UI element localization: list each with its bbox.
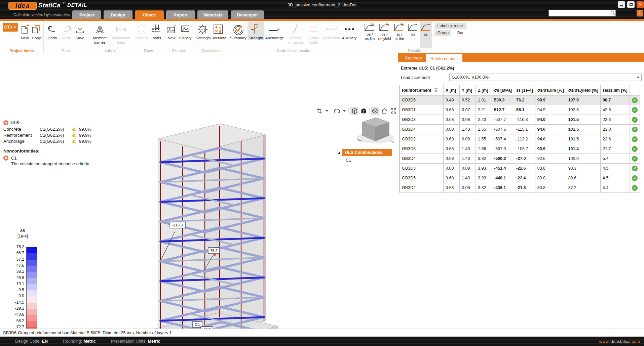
table-cell[interactable]: GB3D3 — [400, 115, 444, 125]
units-setting[interactable]: Presentation Units:Metric — [111, 339, 160, 344]
gallery-button[interactable]: Gallery — [178, 21, 193, 40]
table-cell[interactable]: 5.4 — [601, 154, 630, 164]
table-cell[interactable]: 4.4 — [601, 183, 630, 193]
label-extreme-toggle[interactable]: Label extreme — [434, 23, 466, 29]
table-cell[interactable]: 0.68 — [444, 134, 460, 144]
crop-options-button[interactable] — [325, 107, 329, 115]
table-cell[interactable]: 4.5 — [601, 164, 630, 173]
column-header[interactable]: Z [m] — [476, 85, 492, 95]
table-cell[interactable]: 89.6 — [566, 173, 600, 183]
calculate-button[interactable]: Calculate — [210, 21, 226, 40]
table-cell[interactable]: 22.6 — [601, 134, 630, 144]
table-cell[interactable]: 21.7 — [601, 144, 630, 154]
table-cell[interactable]: -115.1 — [514, 125, 535, 134]
auxiliary-button[interactable]: Auxiliary — [341, 21, 357, 40]
table-cell[interactable]: 0.68 — [444, 183, 460, 193]
column-header[interactable]: σs/σs,lim [%] — [535, 85, 566, 95]
rotate-options-button[interactable] — [342, 107, 347, 115]
table-cell[interactable]: 42.5 — [601, 105, 630, 115]
anchorage-button[interactable]: Anchorage — [265, 21, 285, 40]
solid-view-button[interactable] — [359, 107, 368, 115]
structure-3d-model[interactable]: -116.3 76.2 2.1 10.2 — [133, 119, 294, 346]
table-cell[interactable]: 0.68 — [444, 173, 460, 183]
table-cell[interactable]: -116.3 — [514, 115, 535, 125]
maximize-button[interactable] — [627, 1, 635, 8]
table-cell[interactable]: 1.43 — [460, 154, 476, 164]
table-cell[interactable]: GB3D6 — [400, 95, 444, 105]
table-cell[interactable]: 0.08 — [444, 115, 460, 125]
table-row[interactable]: GB3D30.080.082.23-507.7-116.394.0101.523… — [400, 115, 640, 125]
table-cell[interactable]: GB3D5 — [400, 144, 444, 154]
table-cell[interactable]: 1.55 — [476, 134, 492, 144]
table-cell[interactable]: 93.9 — [535, 144, 566, 154]
crack-width-button[interactable]: Crack width — [306, 21, 322, 45]
table-cell[interactable]: 512.7 — [492, 105, 514, 115]
table-cell[interactable]: 3.82 — [476, 154, 492, 164]
navigation-cube[interactable] — [355, 114, 397, 148]
table-cell[interactable]: GB3D4 — [400, 154, 444, 164]
home-view-button[interactable] — [380, 107, 388, 115]
table-cell[interactable]: 83.6 — [535, 164, 566, 173]
column-header[interactable]: X [m] — [444, 85, 460, 95]
table-cell[interactable]: -507.6 — [492, 125, 514, 134]
table-cell[interactable]: 3.82 — [476, 183, 492, 193]
table-cell[interactable]: -436.1 — [492, 183, 514, 193]
table-cell[interactable]: -507.4 — [492, 134, 514, 144]
table-cell[interactable]: 0.49 — [444, 95, 460, 105]
table-cell[interactable]: 2.23 — [476, 115, 492, 125]
table-cell[interactable]: 0.52 — [460, 95, 476, 105]
table-cell[interactable]: -507.0 — [492, 144, 514, 154]
table-cell[interactable]: 94.0 — [535, 125, 566, 134]
table-cell[interactable]: -500.2 — [492, 154, 514, 164]
minimize-button[interactable] — [618, 1, 625, 8]
table-cell[interactable]: 94.9 — [535, 105, 566, 115]
zoom-extents-button[interactable] — [389, 107, 397, 115]
table-cell[interactable]: 101.5 — [566, 125, 600, 134]
undo-button[interactable]: Undo — [45, 21, 60, 40]
copy-button[interactable]: Copy — [31, 21, 42, 40]
table-cell[interactable]: 4.5 — [601, 173, 630, 183]
tab-materials[interactable]: Materials — [197, 10, 228, 19]
table-row[interactable]: GB3D60.490.521.81539.376.299.9107.998.7✓ — [400, 95, 640, 105]
table-cell[interactable]: 107.9 — [566, 95, 600, 105]
table-cell[interactable]: -113.2 — [514, 134, 535, 144]
tab-check[interactable]: Check — [135, 10, 164, 19]
table-row[interactable]: GB3D10.680.072.21512.755.194.9102.542.5✓ — [400, 105, 640, 115]
search-box[interactable] — [548, 10, 616, 16]
project-item-selector[interactable]: CT3 — [3, 23, 18, 32]
collapse-arrow-icon[interactable] — [337, 151, 340, 154]
table-cell[interactable]: 0.08 — [444, 154, 460, 164]
section-view-button[interactable] — [371, 107, 379, 115]
crop-view-button[interactable] — [315, 107, 324, 115]
load-increment-dropdown[interactable]: G100.0%, V100.0% — [449, 74, 642, 81]
column-header[interactable]: εs/εs,lim [%] — [601, 85, 630, 95]
table-cell[interactable]: 23.0 — [601, 125, 630, 134]
settings-button[interactable]: </> Settings — [196, 21, 210, 40]
table-cell[interactable]: 0.08 — [460, 164, 476, 173]
table-row[interactable]: GB3D50.681.433.93-448.1-22.483.089.64.5✓ — [400, 173, 640, 183]
table-cell[interactable]: 76.2 — [514, 95, 535, 105]
table-cell[interactable]: 99.9 — [535, 95, 566, 105]
bar-toggle[interactable]: Bar — [455, 30, 466, 36]
table-cell[interactable]: 92.6 — [535, 154, 566, 164]
tab-project[interactable]: Project — [72, 10, 101, 19]
tab-concrete[interactable]: Concrete — [400, 54, 427, 62]
strength-button[interactable]: Strength — [248, 21, 264, 40]
table-cell[interactable]: GB3D1 — [400, 105, 444, 115]
table-cell[interactable]: GB3D5 — [400, 173, 444, 183]
table-cell[interactable]: 101.5 — [566, 134, 600, 144]
table-cell[interactable]: 1.81 — [476, 95, 492, 105]
table-cell[interactable]: -27.0 — [514, 154, 535, 164]
result-es-button[interactable]: εs — [420, 21, 432, 48]
table-row[interactable]: GB3D40.081.431.55-507.6-115.194.0101.523… — [400, 125, 640, 134]
table-cell[interactable]: 87.2 — [566, 183, 600, 193]
column-header[interactable]: εs [1e-4] — [514, 85, 535, 95]
tab-report[interactable]: Report — [166, 10, 195, 19]
combination-item[interactable]: C1 — [342, 156, 392, 163]
loads-button[interactable]: Loads — [149, 21, 162, 40]
result-ss-button[interactable]: σs — [407, 21, 419, 37]
table-cell[interactable]: 1.55 — [476, 125, 492, 134]
column-header[interactable]: σs/σs,yield [%] — [566, 85, 600, 95]
table-cell[interactable]: -448.1 — [492, 173, 514, 183]
table-cell[interactable]: 0.07 — [460, 105, 476, 115]
